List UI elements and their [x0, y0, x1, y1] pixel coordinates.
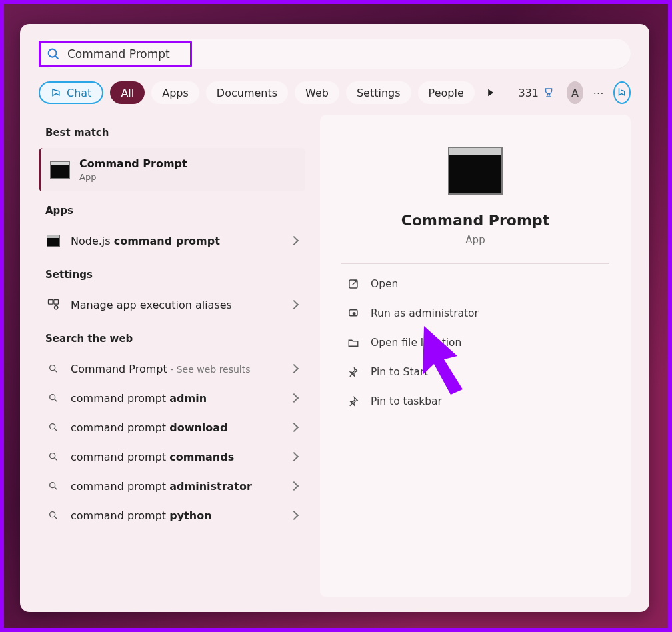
svg-line-14	[55, 487, 57, 490]
best-match-result[interactable]: Command Prompt App	[39, 148, 305, 191]
svg-point-11	[50, 453, 55, 459]
web-result[interactable]: command prompt admin	[39, 383, 305, 413]
play-icon[interactable]	[487, 87, 495, 98]
svg-line-8	[55, 399, 57, 402]
web-result[interactable]: command prompt administrator	[39, 471, 305, 501]
web-result[interactable]: Command Prompt - See web results	[39, 354, 305, 383]
best-match-title: Command Prompt	[79, 157, 187, 170]
action-list: OpenRun as administratorOpen file locati…	[341, 269, 609, 416]
chevron-right-icon	[289, 423, 299, 432]
filter-settings[interactable]: Settings	[346, 81, 411, 104]
action-run-as-administrator[interactable]: Run as administrator	[341, 299, 609, 328]
search-icon	[47, 479, 60, 493]
bing-chat-icon	[51, 87, 63, 99]
chevron-right-icon	[289, 393, 299, 403]
web-result[interactable]: command prompt python	[39, 501, 305, 530]
filter-label: People	[429, 87, 464, 99]
search-highlight-box	[39, 41, 192, 67]
node-cmd-icon	[47, 235, 60, 247]
svg-point-0	[49, 49, 57, 57]
preview-app-icon	[448, 147, 503, 195]
filter-label: Apps	[162, 87, 189, 99]
action-open-file-location[interactable]: Open file location	[341, 328, 609, 357]
action-label: Open	[371, 278, 398, 290]
chevron-right-icon	[289, 364, 299, 373]
filter-label: All	[121, 87, 134, 99]
svg-rect-2	[49, 300, 53, 305]
svg-line-16	[55, 517, 57, 519]
settings-result[interactable]: Manage app execution aliases	[39, 290, 305, 319]
svg-line-12	[55, 458, 57, 461]
settings-app-icon	[47, 298, 60, 311]
section-best-match: Best match	[39, 115, 305, 147]
svg-line-10	[55, 429, 57, 431]
action-label: Open file location	[371, 337, 461, 349]
action-label: Pin to taskbar	[371, 395, 442, 407]
web-result[interactable]: command prompt download	[39, 413, 305, 442]
action-label: Pin to Start	[371, 366, 428, 378]
section-settings: Settings	[39, 257, 305, 289]
filter-web[interactable]: Web	[295, 81, 339, 104]
divider	[341, 263, 609, 264]
rewards-count[interactable]: 331	[518, 87, 555, 99]
action-pin-to-start[interactable]: Pin to Start	[341, 357, 609, 387]
svg-rect-3	[54, 300, 59, 305]
command-prompt-icon	[50, 161, 70, 179]
rewards-number: 331	[518, 87, 539, 99]
chevron-right-icon	[289, 481, 299, 491]
bing-icon	[616, 87, 628, 99]
preview-pane: Command Prompt App OpenRun as administra…	[320, 115, 631, 597]
open-icon	[347, 277, 360, 291]
admin-icon	[347, 307, 360, 320]
search-icon	[46, 47, 61, 61]
filter-apps[interactable]: Apps	[151, 81, 199, 104]
account-avatar[interactable]: A	[567, 81, 583, 104]
best-match-subtitle: App	[79, 172, 187, 182]
search-icon	[47, 509, 60, 522]
section-search-web: Search the web	[39, 321, 305, 353]
more-button[interactable]: ⋯	[590, 81, 607, 104]
preview-subtitle: App	[465, 234, 485, 246]
chevron-right-icon	[289, 452, 299, 461]
svg-point-7	[50, 395, 55, 400]
folder-icon	[347, 336, 360, 349]
svg-point-4	[55, 306, 58, 309]
filter-people[interactable]: People	[418, 81, 475, 104]
filter-label: Documents	[217, 87, 277, 99]
chevron-right-icon	[289, 300, 299, 309]
svg-line-6	[55, 370, 57, 373]
filter-chat[interactable]: Chat	[39, 81, 103, 104]
preview-title: Command Prompt	[401, 212, 549, 229]
filter-documents[interactable]: Documents	[206, 81, 288, 104]
search-icon	[47, 450, 60, 463]
search-bar[interactable]	[39, 39, 631, 69]
filter-label: Chat	[67, 87, 91, 99]
action-open[interactable]: Open	[341, 269, 609, 299]
filter-bar: Chat All Apps Documents Web Settings Peo…	[39, 81, 631, 104]
filter-all[interactable]: All	[110, 81, 145, 104]
filter-label: Settings	[357, 87, 401, 99]
svg-point-13	[50, 483, 55, 488]
action-pin-to-taskbar[interactable]: Pin to taskbar	[341, 387, 609, 416]
chevron-right-icon	[289, 511, 299, 520]
svg-point-5	[50, 365, 55, 371]
pin-icon	[347, 395, 360, 408]
search-icon	[47, 421, 60, 434]
search-panel: Chat All Apps Documents Web Settings Peo…	[20, 24, 649, 612]
avatar-initial: A	[571, 87, 579, 99]
search-input[interactable]	[67, 47, 213, 61]
action-label: Run as administrator	[371, 307, 479, 319]
svg-point-15	[50, 512, 55, 517]
search-icon	[47, 362, 60, 375]
svg-line-1	[55, 56, 58, 59]
bing-button[interactable]	[613, 81, 631, 104]
app-result[interactable]: Node.js command prompt	[39, 226, 305, 255]
results-column: Best match Command Prompt App Apps Node.…	[39, 115, 305, 597]
trophy-icon	[543, 87, 555, 99]
pin-icon	[347, 365, 360, 379]
section-apps: Apps	[39, 193, 305, 225]
chevron-right-icon	[289, 236, 299, 245]
filter-label: Web	[305, 87, 329, 99]
web-result[interactable]: command prompt commands	[39, 442, 305, 471]
search-icon	[47, 391, 60, 405]
